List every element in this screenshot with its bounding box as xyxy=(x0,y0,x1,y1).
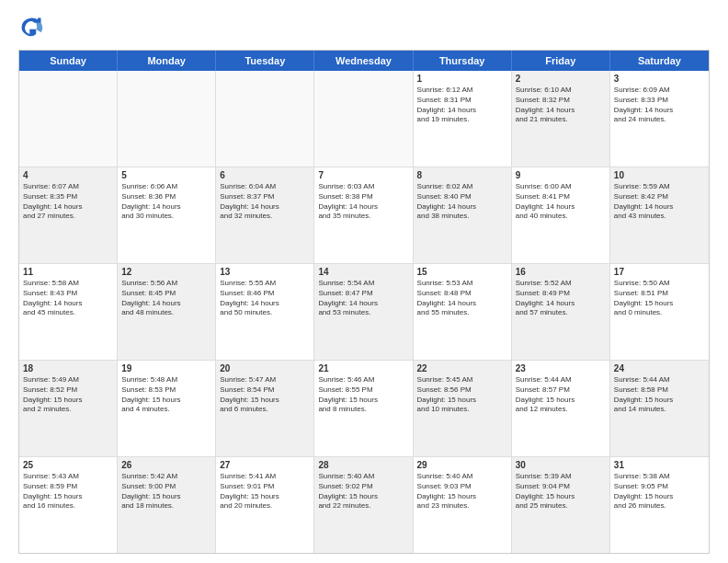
day-number: 31 xyxy=(614,460,705,470)
cell-text: Sunrise: 5:58 AM Sunset: 8:43 PM Dayligh… xyxy=(23,279,113,318)
day-number: 1 xyxy=(417,74,507,84)
cell-text: Sunrise: 6:12 AM Sunset: 8:31 PM Dayligh… xyxy=(417,86,507,125)
calendar-cell: 27Sunrise: 5:41 AM Sunset: 9:01 PM Dayli… xyxy=(216,457,314,553)
day-number: 3 xyxy=(614,74,705,84)
day-number: 28 xyxy=(318,460,408,470)
cell-text: Sunrise: 5:44 AM Sunset: 8:58 PM Dayligh… xyxy=(614,375,705,415)
day-number: 23 xyxy=(516,363,606,373)
calendar-cell: 12Sunrise: 5:56 AM Sunset: 8:45 PM Dayli… xyxy=(118,264,216,360)
calendar-cell: 7Sunrise: 6:03 AM Sunset: 8:38 PM Daylig… xyxy=(314,167,413,263)
calendar-cell: 8Sunrise: 6:02 AM Sunset: 8:40 PM Daylig… xyxy=(414,167,512,263)
cell-text: Sunrise: 5:43 AM Sunset: 8:59 PM Dayligh… xyxy=(23,472,113,511)
calendar-cell xyxy=(314,71,413,167)
calendar-cell: 13Sunrise: 5:55 AM Sunset: 8:46 PM Dayli… xyxy=(216,264,314,360)
header xyxy=(18,15,710,40)
calendar-cell: 17Sunrise: 5:50 AM Sunset: 8:51 PM Dayli… xyxy=(610,264,709,360)
calendar-week-2: 4Sunrise: 6:07 AM Sunset: 8:35 PM Daylig… xyxy=(19,167,709,264)
day-number: 8 xyxy=(417,170,507,180)
cell-text: Sunrise: 6:00 AM Sunset: 8:41 PM Dayligh… xyxy=(516,182,606,222)
cell-text: Sunrise: 6:07 AM Sunset: 8:35 PM Dayligh… xyxy=(23,182,113,222)
calendar-cell: 29Sunrise: 5:40 AM Sunset: 9:03 PM Dayli… xyxy=(414,457,512,553)
calendar-cell: 19Sunrise: 5:48 AM Sunset: 8:53 PM Dayli… xyxy=(118,361,216,456)
day-number: 13 xyxy=(220,267,310,277)
cell-text: Sunrise: 5:48 AM Sunset: 8:53 PM Dayligh… xyxy=(121,375,211,415)
cell-text: Sunrise: 6:10 AM Sunset: 8:32 PM Dayligh… xyxy=(516,86,606,125)
cell-text: Sunrise: 6:04 AM Sunset: 8:37 PM Dayligh… xyxy=(220,182,310,222)
day-number: 24 xyxy=(614,363,705,373)
calendar-week-4: 18Sunrise: 5:49 AM Sunset: 8:52 PM Dayli… xyxy=(19,361,709,457)
cell-text: Sunrise: 5:50 AM Sunset: 8:51 PM Dayligh… xyxy=(614,279,705,318)
calendar-cell: 22Sunrise: 5:45 AM Sunset: 8:56 PM Dayli… xyxy=(414,361,512,456)
day-number: 25 xyxy=(23,460,113,470)
cell-text: Sunrise: 5:45 AM Sunset: 8:56 PM Dayligh… xyxy=(417,375,507,415)
cell-text: Sunrise: 5:59 AM Sunset: 8:42 PM Dayligh… xyxy=(614,182,705,222)
cell-text: Sunrise: 5:49 AM Sunset: 8:52 PM Dayligh… xyxy=(23,375,113,415)
cell-text: Sunrise: 5:53 AM Sunset: 8:48 PM Dayligh… xyxy=(417,279,507,318)
header-day-saturday: Saturday xyxy=(610,51,709,71)
calendar-week-1: 1Sunrise: 6:12 AM Sunset: 8:31 PM Daylig… xyxy=(19,71,709,167)
calendar-cell xyxy=(19,71,118,167)
cell-text: Sunrise: 5:42 AM Sunset: 9:00 PM Dayligh… xyxy=(121,472,211,511)
calendar-week-5: 25Sunrise: 5:43 AM Sunset: 8:59 PM Dayli… xyxy=(19,457,709,553)
calendar-cell: 4Sunrise: 6:07 AM Sunset: 8:35 PM Daylig… xyxy=(19,167,118,263)
day-number: 2 xyxy=(516,74,606,84)
day-number: 15 xyxy=(417,267,507,277)
cell-text: Sunrise: 5:56 AM Sunset: 8:45 PM Dayligh… xyxy=(121,279,211,318)
logo-icon xyxy=(18,15,44,40)
cell-text: Sunrise: 6:09 AM Sunset: 8:33 PM Dayligh… xyxy=(614,86,705,125)
day-number: 9 xyxy=(516,170,606,180)
header-day-friday: Friday xyxy=(512,51,610,71)
calendar-cell: 16Sunrise: 5:52 AM Sunset: 8:49 PM Dayli… xyxy=(512,264,610,360)
day-number: 19 xyxy=(121,363,211,373)
calendar-cell: 24Sunrise: 5:44 AM Sunset: 8:58 PM Dayli… xyxy=(610,361,709,456)
cell-text: Sunrise: 5:46 AM Sunset: 8:55 PM Dayligh… xyxy=(318,375,408,415)
cell-text: Sunrise: 6:03 AM Sunset: 8:38 PM Dayligh… xyxy=(318,182,408,222)
calendar-cell: 28Sunrise: 5:40 AM Sunset: 9:02 PM Dayli… xyxy=(314,457,413,553)
calendar-cell: 11Sunrise: 5:58 AM Sunset: 8:43 PM Dayli… xyxy=(19,264,118,360)
calendar-cell: 31Sunrise: 5:38 AM Sunset: 9:05 PM Dayli… xyxy=(610,457,709,553)
cell-text: Sunrise: 5:52 AM Sunset: 8:49 PM Dayligh… xyxy=(516,279,606,318)
calendar-cell xyxy=(118,71,216,167)
calendar-cell: 15Sunrise: 5:53 AM Sunset: 8:48 PM Dayli… xyxy=(414,264,512,360)
calendar-cell: 3Sunrise: 6:09 AM Sunset: 8:33 PM Daylig… xyxy=(610,71,709,167)
cell-text: Sunrise: 5:55 AM Sunset: 8:46 PM Dayligh… xyxy=(220,279,310,318)
logo xyxy=(18,15,48,40)
day-number: 6 xyxy=(220,170,310,180)
cell-text: Sunrise: 6:02 AM Sunset: 8:40 PM Dayligh… xyxy=(417,182,507,222)
day-number: 20 xyxy=(220,363,310,373)
calendar: SundayMondayTuesdayWednesdayThursdayFrid… xyxy=(18,50,710,554)
day-number: 5 xyxy=(121,170,211,180)
cell-text: Sunrise: 5:41 AM Sunset: 9:01 PM Dayligh… xyxy=(220,472,310,511)
calendar-cell: 21Sunrise: 5:46 AM Sunset: 8:55 PM Dayli… xyxy=(314,361,413,456)
calendar-cell: 25Sunrise: 5:43 AM Sunset: 8:59 PM Dayli… xyxy=(19,457,118,553)
calendar-cell: 18Sunrise: 5:49 AM Sunset: 8:52 PM Dayli… xyxy=(19,361,118,456)
calendar-cell: 9Sunrise: 6:00 AM Sunset: 8:41 PM Daylig… xyxy=(512,167,610,263)
calendar-body: 1Sunrise: 6:12 AM Sunset: 8:31 PM Daylig… xyxy=(19,71,709,553)
day-number: 12 xyxy=(121,267,211,277)
cell-text: Sunrise: 5:40 AM Sunset: 9:03 PM Dayligh… xyxy=(417,472,507,511)
cell-text: Sunrise: 5:40 AM Sunset: 9:02 PM Dayligh… xyxy=(318,472,408,511)
day-number: 11 xyxy=(23,267,113,277)
cell-text: Sunrise: 6:06 AM Sunset: 8:36 PM Dayligh… xyxy=(121,182,211,222)
day-number: 16 xyxy=(516,267,606,277)
cell-text: Sunrise: 5:38 AM Sunset: 9:05 PM Dayligh… xyxy=(614,472,705,511)
day-number: 18 xyxy=(23,363,113,373)
calendar-cell: 2Sunrise: 6:10 AM Sunset: 8:32 PM Daylig… xyxy=(512,71,610,167)
calendar-cell: 14Sunrise: 5:54 AM Sunset: 8:47 PM Dayli… xyxy=(314,264,413,360)
day-number: 29 xyxy=(417,460,507,470)
calendar-week-3: 11Sunrise: 5:58 AM Sunset: 8:43 PM Dayli… xyxy=(19,264,709,361)
header-day-wednesday: Wednesday xyxy=(314,51,413,71)
calendar-cell: 23Sunrise: 5:44 AM Sunset: 8:57 PM Dayli… xyxy=(512,361,610,456)
day-number: 4 xyxy=(23,170,113,180)
calendar-cell: 6Sunrise: 6:04 AM Sunset: 8:37 PM Daylig… xyxy=(216,167,314,263)
cell-text: Sunrise: 5:47 AM Sunset: 8:54 PM Dayligh… xyxy=(220,375,310,415)
calendar-cell xyxy=(216,71,314,167)
day-number: 10 xyxy=(614,170,705,180)
day-number: 17 xyxy=(614,267,705,277)
header-day-monday: Monday xyxy=(118,51,216,71)
day-number: 22 xyxy=(417,363,507,373)
calendar-cell: 1Sunrise: 6:12 AM Sunset: 8:31 PM Daylig… xyxy=(414,71,512,167)
day-number: 7 xyxy=(318,170,408,180)
cell-text: Sunrise: 5:54 AM Sunset: 8:47 PM Dayligh… xyxy=(318,279,408,318)
calendar-cell: 20Sunrise: 5:47 AM Sunset: 8:54 PM Dayli… xyxy=(216,361,314,456)
